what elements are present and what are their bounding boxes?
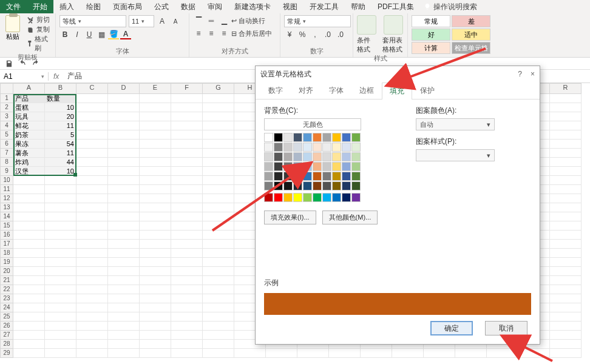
color-swatch[interactable] [322, 172, 331, 181]
cell[interactable] [13, 240, 45, 249]
cell[interactable] [76, 167, 108, 176]
align-top-button[interactable]: ▔ [193, 15, 204, 26]
fill-color-button[interactable]: 🪣 [108, 29, 119, 40]
style-neutral[interactable]: 适中 [452, 29, 490, 41]
cell[interactable] [13, 185, 45, 194]
cell[interactable] [203, 322, 234, 331]
col-header-R[interactable]: R [550, 83, 582, 94]
cell[interactable] [108, 349, 140, 358]
row-header[interactable]: 20 [0, 267, 13, 276]
cell[interactable] [76, 94, 108, 103]
tab-8[interactable]: 视图 [277, 0, 303, 13]
cell[interactable] [108, 103, 140, 112]
wrap-text-button[interactable]: ↩ 自动换行 [231, 15, 265, 26]
cell[interactable] [487, 349, 518, 358]
formula-value[interactable]: 产品 [64, 71, 86, 81]
cell[interactable] [203, 194, 234, 203]
cell[interactable] [76, 267, 108, 276]
color-swatch[interactable] [322, 133, 331, 142]
cell[interactable] [550, 149, 582, 158]
color-swatch[interactable] [342, 152, 351, 161]
cell[interactable] [45, 285, 76, 294]
color-swatch[interactable] [283, 133, 293, 142]
col-header-G[interactable]: G [203, 83, 234, 94]
cell[interactable] [203, 94, 234, 103]
align-right-button[interactable]: ≡ [219, 28, 229, 39]
percent-button[interactable]: % [297, 29, 308, 40]
cell[interactable] [140, 149, 171, 158]
row-header[interactable]: 29 [0, 349, 13, 358]
border-button[interactable]: ▦ [96, 29, 107, 40]
color-swatch[interactable] [293, 193, 302, 202]
color-swatch[interactable] [303, 143, 312, 152]
cell[interactable] [140, 130, 171, 140]
color-swatch[interactable] [293, 143, 302, 152]
row-header[interactable]: 10 [0, 176, 13, 185]
cell[interactable] [203, 103, 234, 112]
cell[interactable] [550, 176, 582, 185]
cell[interactable] [108, 112, 140, 121]
col-header-B[interactable]: B [45, 83, 76, 94]
color-swatch[interactable] [332, 181, 341, 190]
align-middle-button[interactable]: ═ [206, 15, 217, 26]
cell[interactable] [140, 294, 171, 303]
cell[interactable] [203, 112, 234, 121]
tab-7[interactable]: 新建选项卡 [228, 0, 277, 13]
color-swatch[interactable] [332, 193, 341, 202]
cell[interactable] [108, 158, 140, 167]
cell[interactable] [76, 340, 108, 349]
cell[interactable] [550, 322, 582, 331]
color-swatch[interactable] [293, 152, 302, 161]
color-swatch[interactable] [293, 172, 302, 181]
cell[interactable] [108, 240, 140, 249]
cell[interactable] [550, 285, 582, 294]
color-swatch[interactable] [351, 172, 361, 181]
cell[interactable] [203, 294, 234, 303]
cell[interactable]: 汉堡 [13, 167, 45, 176]
dialog-tab-3[interactable]: 边框 [351, 82, 382, 99]
cell[interactable] [13, 285, 45, 294]
cell[interactable] [203, 331, 234, 340]
cell[interactable] [140, 231, 171, 240]
cell[interactable] [203, 258, 234, 267]
col-header-D[interactable]: D [108, 83, 140, 94]
cell[interactable] [13, 249, 45, 258]
color-swatch[interactable] [351, 143, 361, 152]
cell[interactable] [203, 176, 234, 185]
cell[interactable] [140, 103, 171, 112]
cell[interactable] [203, 212, 234, 221]
tab-file[interactable]: 文件 [0, 0, 27, 13]
cell[interactable] [108, 249, 140, 258]
cell[interactable] [108, 140, 140, 149]
row-header[interactable]: 14 [0, 212, 13, 221]
cell[interactable] [140, 349, 171, 358]
cell[interactable] [76, 349, 108, 358]
cell[interactable] [550, 349, 582, 358]
cell[interactable] [13, 176, 45, 185]
paste-button[interactable]: 粘贴 [4, 15, 22, 41]
cell[interactable] [13, 203, 45, 212]
decrease-font-button[interactable]: A [170, 16, 181, 27]
cell[interactable] [108, 285, 140, 294]
color-swatch[interactable] [303, 152, 312, 161]
format-painter-button[interactable]: 格式刷 [26, 35, 52, 53]
style-normal[interactable]: 常规 [412, 15, 450, 27]
color-swatch[interactable] [342, 172, 351, 181]
color-swatch[interactable] [351, 181, 361, 190]
cell[interactable] [171, 276, 203, 285]
cell[interactable] [140, 267, 171, 276]
tab-4[interactable]: 公式 [148, 0, 175, 13]
cell[interactable] [76, 130, 108, 140]
dialog-tab-2[interactable]: 字体 [321, 82, 351, 99]
italic-button[interactable]: I [72, 29, 83, 40]
cell[interactable] [203, 158, 234, 167]
cell[interactable] [13, 267, 45, 276]
cell[interactable] [171, 176, 203, 185]
cell[interactable] [550, 258, 582, 267]
ok-button[interactable]: 确定 [430, 321, 473, 335]
cell[interactable] [171, 194, 203, 203]
color-swatch[interactable] [322, 143, 331, 152]
color-swatch[interactable] [264, 193, 273, 202]
pattern-style-select[interactable]: ▾ [416, 149, 495, 161]
tab-11[interactable]: PDF工具集 [371, 0, 420, 13]
